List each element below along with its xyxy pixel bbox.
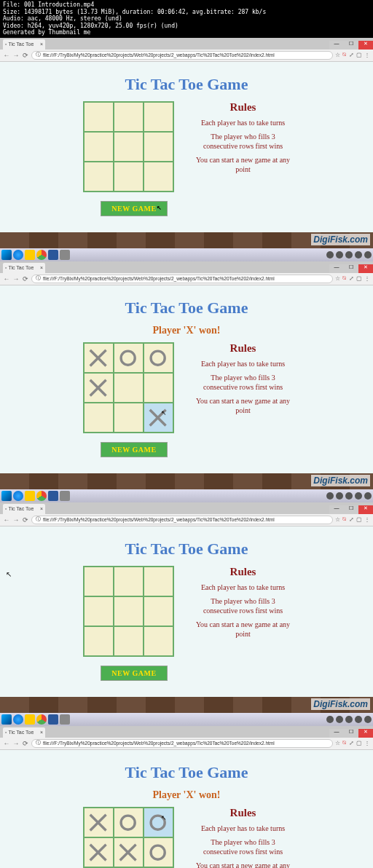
start-icon[interactable]: [1, 491, 12, 501]
board-cell-7[interactable]: [114, 162, 143, 191]
forward-icon[interactable]: →: [12, 740, 20, 747]
url-input[interactable]: ⓘfile:///F:/TryBix/My%20practice%20proje…: [31, 516, 333, 524]
tray-icon[interactable]: [336, 716, 343, 723]
word-icon[interactable]: [48, 714, 58, 725]
adblock-icon[interactable]: ⦰: [342, 52, 347, 59]
board-cell-5[interactable]: [144, 133, 173, 161]
reload-icon[interactable]: ⟳: [22, 740, 29, 747]
back-icon[interactable]: ←: [3, 740, 10, 747]
board-cell-7[interactable]: [114, 403, 143, 432]
close-button[interactable]: ✕: [358, 41, 373, 50]
forward-icon[interactable]: →: [12, 516, 20, 524]
board-cell-5[interactable]: [144, 597, 173, 626]
url-input[interactable]: ⓘfile:///F:/TryBix/My%20practice%20proje…: [31, 275, 333, 283]
board-cell-2[interactable]: [144, 103, 173, 131]
new-game-button[interactable]: NEW GAME: [101, 666, 167, 681]
close-tab-icon[interactable]: ×: [40, 506, 43, 511]
board-cell-0[interactable]: [85, 103, 113, 131]
tab-tictactoe[interactable]: ▫ Tic Tac Toe ×: [3, 263, 45, 273]
board-cell-5[interactable]: [144, 838, 173, 867]
cast-icon[interactable]: ▢: [356, 275, 362, 282]
forward-icon[interactable]: →: [12, 52, 20, 59]
board-cell-0[interactable]: [85, 808, 113, 837]
board-cell-3[interactable]: [85, 597, 113, 626]
explorer-icon[interactable]: [25, 250, 35, 260]
tray-icon[interactable]: [364, 251, 372, 259]
reload-icon[interactable]: ⟳: [22, 516, 29, 524]
board-cell-3[interactable]: [85, 374, 113, 402]
board-cell-2[interactable]: ↖: [144, 808, 173, 837]
board-cell-4[interactable]: [114, 133, 143, 161]
board-cell-6[interactable]: [85, 162, 113, 191]
board-cell-4[interactable]: [114, 838, 143, 867]
board-cell-5[interactable]: [144, 374, 173, 402]
cast-icon[interactable]: ▢: [356, 740, 362, 746]
board-cell-4[interactable]: [114, 597, 143, 626]
word-icon[interactable]: [48, 250, 58, 260]
reload-icon[interactable]: ⟳: [22, 52, 29, 59]
url-input[interactable]: ⓘfile:///F:/TryBix/My%20practice%20proje…: [31, 739, 333, 748]
close-button[interactable]: ✕: [358, 264, 373, 273]
board-cell-1[interactable]: [114, 567, 143, 596]
word-icon[interactable]: [48, 491, 58, 501]
bookmark-icon[interactable]: ☆: [335, 516, 340, 523]
app-icon[interactable]: [60, 714, 70, 725]
board-cell-8[interactable]: [144, 162, 173, 191]
start-icon[interactable]: [1, 714, 12, 725]
board-cell-2[interactable]: [144, 344, 173, 372]
board-cell-1[interactable]: [114, 103, 143, 131]
cast-icon[interactable]: ▢: [356, 52, 362, 58]
url-input[interactable]: ⓘfile:///F:/TryBix/My%20practice%20proje…: [31, 51, 333, 60]
zoom-icon[interactable]: ⤢: [349, 52, 354, 58]
close-tab-icon[interactable]: ×: [40, 265, 43, 270]
board-cell-3[interactable]: [85, 133, 113, 161]
bookmark-icon[interactable]: ☆: [335, 275, 340, 282]
adblock-icon[interactable]: ⦰: [342, 740, 347, 747]
tray-icon[interactable]: [336, 251, 343, 259]
maximize-button[interactable]: ☐: [344, 729, 358, 738]
new-game-button[interactable]: NEW GAME↖: [101, 201, 167, 216]
tray-icon[interactable]: [355, 251, 362, 259]
forward-icon[interactable]: →: [12, 275, 20, 283]
tray-icon[interactable]: [364, 492, 372, 500]
adblock-icon[interactable]: ⦰: [342, 275, 347, 283]
tray-icon[interactable]: [345, 716, 353, 723]
board-cell-1[interactable]: [114, 808, 143, 837]
minimize-button[interactable]: —: [329, 264, 344, 273]
chrome-icon[interactable]: [36, 714, 47, 725]
close-tab-icon[interactable]: ×: [40, 730, 43, 735]
bookmark-icon[interactable]: ☆: [335, 52, 340, 58]
menu-icon[interactable]: ⋮: [364, 516, 370, 523]
board-cell-2[interactable]: [144, 567, 173, 596]
explorer-icon[interactable]: [25, 714, 35, 725]
zoom-icon[interactable]: ⤢: [349, 516, 354, 523]
menu-icon[interactable]: ⋮: [364, 275, 370, 282]
tray-icon[interactable]: [364, 716, 372, 723]
new-game-button[interactable]: NEW GAME: [101, 442, 167, 457]
close-button[interactable]: ✕: [358, 729, 373, 738]
chrome-icon[interactable]: [36, 491, 47, 501]
menu-icon[interactable]: ⋮: [364, 52, 370, 58]
ie-icon[interactable]: [13, 250, 23, 260]
tray-icon[interactable]: [326, 716, 334, 723]
start-icon[interactable]: [1, 250, 12, 260]
tray-icon[interactable]: [345, 251, 353, 259]
tray-icon[interactable]: [355, 492, 362, 500]
board-cell-4[interactable]: [114, 374, 143, 402]
board-cell-6[interactable]: [85, 627, 113, 655]
minimize-button[interactable]: —: [329, 41, 344, 50]
board-cell-0[interactable]: [85, 567, 113, 596]
tab-tictactoe[interactable]: ▫ Tic Tac Toe ×: [3, 39, 45, 50]
reload-icon[interactable]: ⟳: [22, 275, 29, 283]
app-icon[interactable]: [60, 491, 70, 501]
maximize-button[interactable]: ☐: [344, 264, 358, 273]
minimize-button[interactable]: —: [329, 729, 344, 738]
app-icon[interactable]: [60, 250, 70, 260]
explorer-icon[interactable]: [25, 491, 35, 501]
bookmark-icon[interactable]: ☆: [335, 740, 340, 746]
back-icon[interactable]: ←: [3, 275, 10, 283]
close-button[interactable]: ✕: [358, 505, 373, 514]
maximize-button[interactable]: ☐: [344, 41, 358, 50]
maximize-button[interactable]: ☐: [344, 505, 358, 514]
back-icon[interactable]: ←: [3, 52, 10, 59]
